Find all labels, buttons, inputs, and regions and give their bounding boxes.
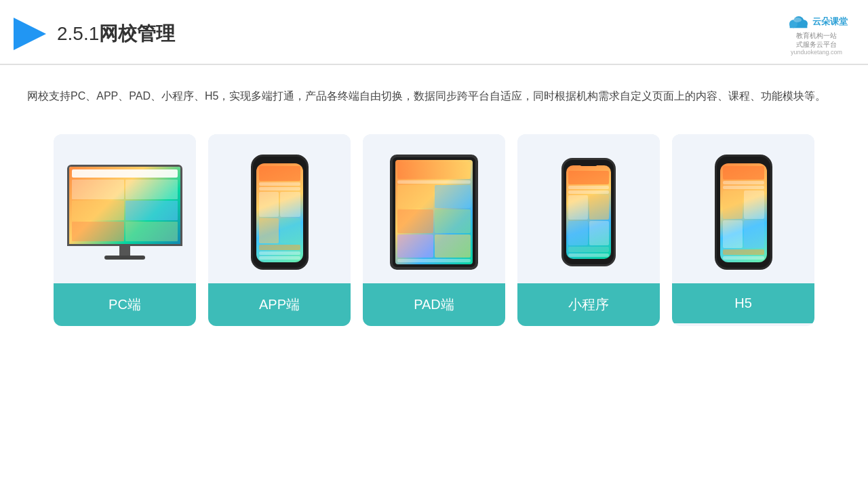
description-text: 网校支持PC、APP、PAD、小程序、H5，实现多端打通，产品各终端自由切换，数… [27, 85, 841, 107]
card-h5: H5 [672, 134, 814, 326]
cards-container: PC端 [0, 121, 868, 346]
card-pad-image [363, 134, 505, 283]
logo-area: 云朵课堂 教育机构一站 式服务云平台 yunduoketang.com [785, 12, 848, 56]
card-pc: PC端 [54, 134, 196, 326]
logo-tagline2: 式服务云平台 [796, 40, 837, 49]
pad-mockup [390, 155, 478, 270]
page-title: 2.5.1网校管理 [57, 21, 175, 47]
card-pad-label: PAD端 [363, 283, 505, 326]
logo-url: yunduoketang.com [791, 49, 842, 56]
svg-point-6 [793, 18, 802, 22]
card-app-image [208, 134, 351, 283]
card-miniprogram-image [517, 134, 660, 283]
card-pad: PAD端 [363, 134, 505, 326]
pc-mockup [67, 165, 182, 260]
play-icon [14, 18, 46, 50]
header: 2.5.1网校管理 云朵课堂 教育机构一站 式服务云平台 yunduoketan… [0, 0, 868, 65]
h5-mockup [715, 155, 772, 270]
miniprogram-mockup [561, 158, 616, 266]
app-phone-mockup [251, 155, 309, 270]
card-h5-image [672, 134, 814, 283]
description: 网校支持PC、APP、PAD、小程序、H5，实现多端打通，产品各终端自由切换，数… [0, 65, 868, 114]
svg-marker-0 [14, 18, 46, 50]
cloud-icon [785, 12, 810, 31]
header-left: 2.5.1网校管理 [14, 18, 175, 50]
logo-cloud: 云朵课堂 [785, 12, 848, 31]
card-miniprogram-label: 小程序 [517, 283, 660, 326]
card-miniprogram: 小程序 [517, 134, 660, 326]
logo-name: 云朵课堂 [812, 16, 848, 28]
logo-tagline: 教育机构一站 [796, 31, 837, 40]
card-app: APP端 [208, 134, 351, 326]
card-pc-label: PC端 [54, 283, 196, 326]
card-h5-label: H5 [672, 283, 814, 323]
card-app-label: APP端 [208, 283, 351, 326]
card-pc-image [54, 134, 196, 283]
